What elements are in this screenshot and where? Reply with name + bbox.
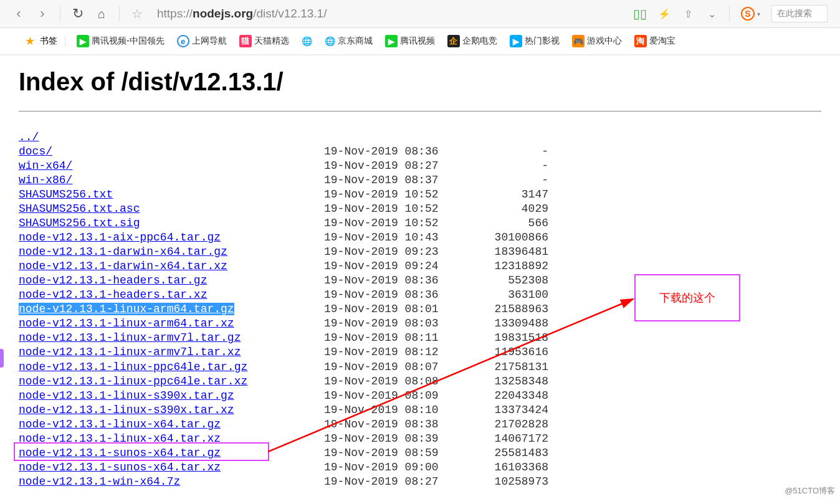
file-date: 19-Nov-2019 08:27 — [324, 475, 461, 489]
file-size: 21588963 — [461, 302, 548, 316]
file-row: node-v12.13.1-linux-ppc64le.tar.xz19-Nov… — [19, 374, 821, 389]
left-tab-handle[interactable] — [0, 349, 4, 368]
file-size: 11953616 — [461, 345, 548, 359]
file-link[interactable]: node-v12.13.1-headers.tar.gz — [19, 274, 207, 287]
reader-icon[interactable]: ▯▯ — [633, 6, 647, 21]
home-icon[interactable]: ⌂ — [95, 7, 108, 20]
taobao-icon: 淘 — [634, 35, 647, 47]
file-row: node-v12.13.1-linux-x64.tar.gz19-Nov-201… — [19, 417, 821, 432]
file-date: 19-Nov-2019 08:37 — [324, 173, 461, 188]
file-size: 25581483 — [461, 446, 548, 460]
bookmark-popular[interactable]: ▶热门影视 — [506, 35, 563, 47]
file-size: 12318892 — [461, 259, 548, 273]
back-icon[interactable]: ‹ — [12, 7, 25, 20]
reload-icon[interactable]: ↻ — [72, 7, 84, 20]
file-size: 4029 — [461, 202, 548, 216]
file-size: 22043348 — [461, 389, 548, 403]
file-link[interactable]: win-x64/ — [19, 159, 72, 172]
bookmark-label: 天猫精选 — [254, 36, 289, 47]
file-size: 13309488 — [461, 316, 548, 331]
file-date: 19-Nov-2019 08:36 — [324, 145, 461, 159]
file-row: win-x64/19-Nov-2019 08:27- — [19, 159, 821, 173]
e-icon: e — [177, 35, 189, 47]
annotation-label: 下载的这个 — [634, 274, 740, 321]
file-size: 30100866 — [461, 231, 548, 245]
bookmark-itaobao[interactable]: 淘爱淘宝 — [631, 35, 679, 47]
bookmark-egame[interactable]: 企企鹅电竞 — [444, 35, 501, 47]
bookmark-nav[interactable]: e上网导航 — [173, 35, 231, 47]
file-row: node-v12.13.1-darwin-x64.tar.xz19-Nov-20… — [19, 259, 821, 273]
tmall-icon: 猫 — [239, 35, 252, 47]
file-link[interactable]: node-v12.13.1-linux-armv7l.tar.xz — [19, 346, 241, 358]
file-link[interactable]: SHASUMS256.txt.asc — [19, 202, 140, 215]
divider — [119, 6, 120, 21]
url-bar[interactable]: https://nodejs.org/dist/v12.13.1/ — [157, 7, 327, 21]
file-date: 19-Nov-2019 09:23 — [324, 245, 461, 259]
star-icon[interactable]: ★ — [25, 34, 35, 48]
file-date: 19-Nov-2019 08:12 — [324, 345, 461, 359]
play-icon: ▶ — [510, 35, 522, 47]
file-size: 14067172 — [461, 432, 548, 446]
bookmark-globe1[interactable]: 🌐 — [298, 36, 316, 46]
bookmark-jd[interactable]: 🌐京东商城 — [321, 36, 376, 47]
chevron-down-icon[interactable]: ⌄ — [705, 7, 718, 20]
play-icon: ▶ — [385, 35, 398, 47]
file-link[interactable]: docs/ — [19, 145, 52, 158]
file-date: 19-Nov-2019 10:43 — [324, 231, 461, 245]
file-size: 13258348 — [461, 374, 548, 389]
file-row: win-x86/19-Nov-2019 08:37- — [19, 173, 821, 188]
file-size: 552308 — [461, 273, 548, 288]
file-link[interactable]: node-v12.13.1-win-x64.7z — [19, 475, 180, 488]
globe-icon: 🌐 — [302, 36, 312, 46]
file-size: 566 — [461, 216, 548, 231]
file-link[interactable]: node-v12.13.1-linux-arm64.tar.xz — [19, 317, 234, 330]
file-date: 19-Nov-2019 08:10 — [324, 403, 461, 417]
bookmarks-bar: ★ 书签 ▶腾讯视频-中国领先 e上网导航 猫天猫精选 🌐 🌐京东商城 ▶腾讯视… — [0, 28, 840, 55]
file-link[interactable]: node-v12.13.1-linux-x64.tar.gz — [19, 418, 221, 430]
file-row: SHASUMS256.txt.asc19-Nov-2019 10:524029 — [19, 202, 821, 216]
file-date: 19-Nov-2019 08:36 — [324, 273, 461, 288]
file-link[interactable]: node-v12.13.1-darwin-x64.tar.xz — [19, 260, 227, 272]
file-link[interactable]: win-x86/ — [19, 174, 72, 186]
bookmark-tencent-video2[interactable]: ▶腾讯视频 — [381, 35, 439, 47]
file-date: 19-Nov-2019 08:09 — [324, 389, 461, 403]
file-link[interactable]: node-v12.13.1-headers.tar.xz — [19, 288, 207, 301]
file-link[interactable]: node-v12.13.1-sunos-x64.tar.xz — [19, 461, 221, 473]
right-toolbar: ▯▯ ⚡ ⇧ ⌄ S▾ 在此搜索 — [633, 5, 828, 22]
star-outline-icon[interactable]: ☆ — [131, 7, 143, 20]
bookmark-label: 热门影视 — [525, 36, 560, 47]
search-input[interactable]: 在此搜索 — [771, 5, 828, 22]
divider — [60, 6, 60, 21]
file-row: node-v12.13.1-aix-ppc64.tar.gz19-Nov-201… — [19, 231, 821, 245]
file-date: 19-Nov-2019 08:07 — [324, 360, 461, 374]
bookmarks-label[interactable]: 书签 — [40, 36, 57, 47]
file-link[interactable]: SHASUMS256.txt — [19, 188, 113, 201]
file-date: 19-Nov-2019 08:36 — [324, 288, 461, 302]
sogou-dropdown-icon[interactable]: ▾ — [757, 11, 760, 17]
file-row: node-v12.13.1-linux-armv7l.tar.gz19-Nov-… — [19, 331, 821, 345]
gamepad-icon: 🎮 — [572, 35, 585, 47]
file-link[interactable]: node-v12.13.1-linux-ppc64le.tar.gz — [19, 361, 247, 373]
file-link[interactable]: node-v12.13.1-darwin-x64.tar.gz — [19, 245, 227, 258]
parent-dir-link[interactable]: ../ — [19, 131, 39, 143]
file-link[interactable]: node-v12.13.1-linux-ppc64le.tar.xz — [19, 375, 247, 388]
forward-icon[interactable]: › — [36, 7, 49, 20]
bookmark-games[interactable]: 🎮游戏中心 — [568, 35, 626, 47]
penguin-icon: 企 — [447, 35, 460, 47]
file-link[interactable]: node-v12.13.1-linux-armv7l.tar.gz — [19, 331, 241, 344]
file-link[interactable]: node-v12.13.1-linux-s390x.tar.xz — [19, 404, 234, 416]
file-date: 19-Nov-2019 10:52 — [324, 188, 461, 202]
file-link[interactable]: node-v12.13.1-linux-s390x.tar.gz — [19, 389, 234, 402]
share-icon[interactable]: ⇧ — [682, 7, 694, 20]
file-link[interactable]: SHASUMS256.txt.sig — [19, 217, 140, 229]
bookmark-tmall[interactable]: 猫天猫精选 — [236, 35, 293, 47]
bookmark-tencent-video[interactable]: ▶腾讯视频-中国领先 — [73, 35, 168, 47]
lightning-icon[interactable]: ⚡ — [658, 7, 671, 20]
browser-chrome: ‹ › ↻ ⌂ ☆ https://nodejs.org/dist/v12.13… — [0, 0, 840, 28]
file-link[interactable]: node-v12.13.1-aix-ppc64.tar.gz — [19, 231, 221, 244]
sogou-icon[interactable]: S — [741, 7, 755, 21]
file-size: 16103368 — [461, 460, 548, 475]
file-row: node-v12.13.1-win-x64.7z19-Nov-2019 08:2… — [19, 475, 821, 489]
file-date: 19-Nov-2019 08:08 — [324, 374, 461, 389]
file-link[interactable]: node-v12.13.1-linux-arm64.tar.gz — [19, 303, 234, 315]
